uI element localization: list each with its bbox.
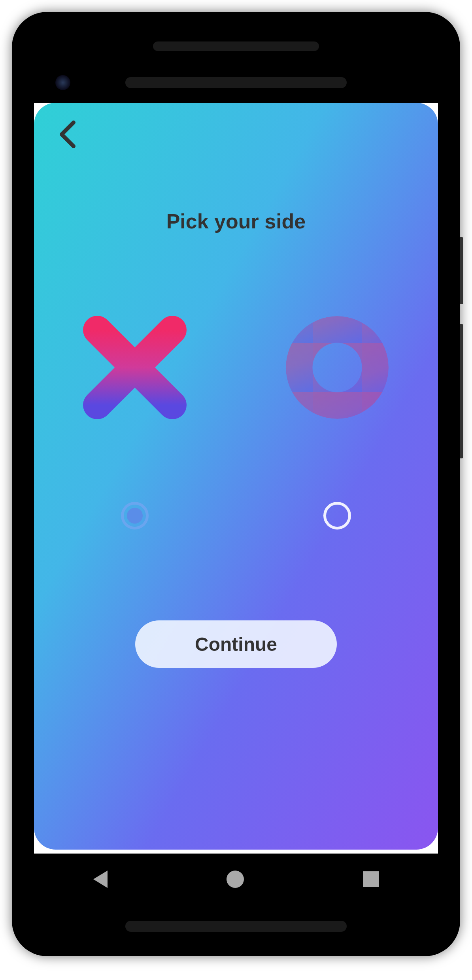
volume-button	[460, 324, 463, 458]
side-options-row	[74, 304, 398, 431]
speaker-grille-top	[153, 41, 319, 51]
option-x[interactable]	[74, 306, 196, 429]
nav-back-button[interactable]	[93, 871, 108, 888]
speaker-grille-bottom	[125, 921, 347, 932]
radio-group-x	[74, 502, 196, 530]
front-camera	[55, 75, 70, 90]
nav-home-button[interactable]	[227, 871, 244, 888]
radio-x[interactable]	[121, 502, 149, 530]
page-title: Pick your side	[34, 209, 438, 233]
x-mark-icon	[76, 308, 194, 427]
chevron-left-icon	[56, 119, 79, 150]
o-mark-icon	[286, 316, 389, 419]
android-navigation-bar	[34, 861, 438, 897]
option-o[interactable]	[276, 306, 398, 429]
continue-button[interactable]: Continue	[135, 620, 337, 668]
phone-bezel: Pick your side	[20, 20, 452, 948]
power-button	[460, 237, 463, 304]
phone-screen: Pick your side	[34, 103, 438, 854]
phone-device-frame: Pick your side	[12, 12, 460, 956]
continue-button-label: Continue	[195, 633, 277, 655]
earpiece-speaker	[125, 77, 347, 88]
nav-recent-button[interactable]	[363, 871, 379, 887]
radio-o[interactable]	[323, 502, 351, 530]
back-button[interactable]	[56, 119, 79, 150]
app-main-panel: Pick your side	[34, 103, 438, 850]
radio-selection-row	[74, 502, 398, 530]
radio-group-o	[276, 502, 398, 530]
